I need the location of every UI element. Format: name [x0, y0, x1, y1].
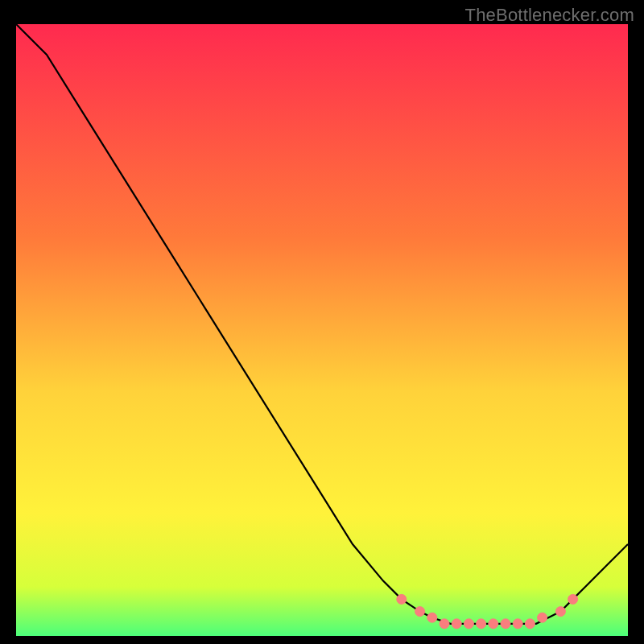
curve-marker — [538, 613, 547, 622]
chart-frame — [16, 24, 628, 636]
bottleneck-chart — [16, 24, 628, 636]
curve-marker — [555, 607, 565, 617]
curve-marker — [477, 619, 486, 629]
curve-marker — [415, 607, 425, 617]
curve-marker — [568, 594, 578, 604]
curve-marker — [489, 619, 498, 629]
curve-marker — [397, 594, 407, 604]
curve-marker — [525, 619, 535, 629]
curve-marker — [513, 619, 522, 629]
curve-marker — [440, 619, 449, 629]
curve-marker — [464, 619, 473, 629]
curve-marker — [501, 619, 510, 629]
gradient-background — [16, 24, 628, 636]
curve-marker — [452, 619, 461, 629]
curve-marker — [427, 613, 437, 622]
watermark-text: TheBottlenecker.com — [465, 5, 634, 26]
